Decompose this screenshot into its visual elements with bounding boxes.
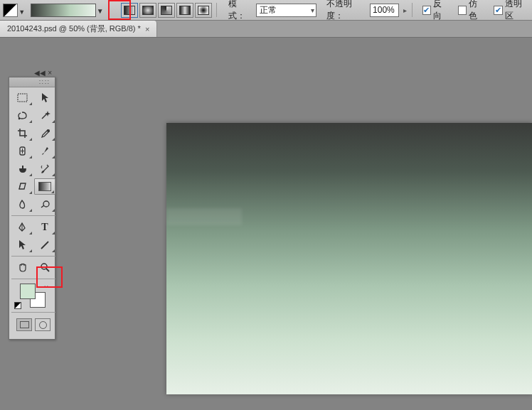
dither-check[interactable]: 仿色: [458, 0, 485, 22]
checkbox-icon: [458, 6, 467, 15]
checkbox-icon: [422, 6, 431, 15]
path-selection-tool[interactable]: [11, 237, 33, 253]
magic-wand-tool[interactable]: [34, 107, 55, 124]
svg-line-8: [41, 205, 44, 207]
document-canvas[interactable]: [166, 123, 532, 394]
gradient-type-reflected[interactable]: [176, 3, 193, 18]
blend-mode-dropdown[interactable]: 正常 ▾: [256, 4, 316, 17]
history-brush-tool[interactable]: [34, 161, 55, 177]
opacity-field[interactable]: 100% ▸: [370, 4, 399, 17]
tool-preset-picker[interactable]: ▼: [3, 4, 18, 17]
blend-mode-value: 正常: [260, 4, 277, 16]
svg-line-12: [46, 269, 49, 271]
eraser-tool[interactable]: [11, 178, 33, 195]
marquee-tool[interactable]: [11, 90, 33, 106]
document-tab-title: 20104243.psd @ 50% (背景, RGB/8) *: [7, 23, 141, 34]
gradient-type-diamond[interactable]: [195, 3, 212, 18]
blend-mode-label: 模式：: [228, 0, 252, 22]
type-tool[interactable]: T: [34, 219, 55, 235]
reverse-check[interactable]: 反向: [422, 0, 449, 22]
transparency-label: 透明区: [505, 0, 529, 22]
dither-label: 仿色: [469, 0, 485, 22]
document-tab[interactable]: 20104243.psd @ 50% (背景, RGB/8) * ×: [0, 21, 157, 37]
quickmask-mode-button[interactable]: [35, 318, 50, 331]
svg-line-10: [41, 242, 48, 249]
close-icon[interactable]: ×: [145, 25, 149, 33]
dodge-tool[interactable]: [34, 196, 55, 212]
gradient-type-linear[interactable]: [121, 3, 138, 18]
brush-tool[interactable]: [34, 143, 55, 159]
gradient-type-radial[interactable]: [139, 3, 156, 18]
swap-colors-icon[interactable]: ↔: [43, 282, 50, 290]
crop-tool[interactable]: [11, 125, 33, 141]
tools-panel: ◀◀ × ∷∷: [9, 77, 55, 340]
opacity-label: 不透明度：: [326, 0, 367, 22]
document-tab-bar: 20104243.psd @ 50% (背景, RGB/8) * ×: [0, 21, 532, 38]
gradient-type-angle[interactable]: [158, 3, 175, 18]
gradient-tool[interactable]: [34, 178, 55, 195]
gradient-type-group: [121, 3, 212, 18]
default-colors-icon[interactable]: [14, 302, 21, 309]
gradient-picker[interactable]: ▼: [31, 4, 96, 17]
lasso-tool[interactable]: [11, 107, 33, 124]
move-tool[interactable]: [34, 90, 55, 106]
svg-rect-0: [18, 94, 27, 102]
checkbox-icon: [494, 6, 502, 15]
reverse-label: 反向: [433, 0, 449, 22]
svg-point-11: [41, 264, 47, 269]
tools-panel-header[interactable]: ◀◀ × ∷∷: [9, 77, 55, 87]
canvas-artifact: [166, 208, 242, 225]
transparency-check[interactable]: 透明区: [494, 0, 529, 22]
pen-tool[interactable]: [11, 219, 33, 235]
blur-tool[interactable]: [11, 196, 33, 212]
svg-point-7: [43, 201, 49, 207]
svg-point-1: [18, 117, 21, 119]
color-swatches[interactable]: ↔: [11, 282, 55, 309]
healing-brush-tool[interactable]: [11, 143, 33, 159]
zoom-tool[interactable]: [34, 259, 55, 276]
options-bar: ▼ ▼ 模式： 正常 ▾ 不透明度： 100% ▸ 反向 仿色 透明区: [0, 0, 532, 21]
hand-tool[interactable]: [11, 259, 33, 276]
svg-point-3: [47, 129, 50, 132]
standard-mode-button[interactable]: [16, 318, 32, 331]
foreground-swatch[interactable]: [20, 284, 36, 299]
clone-stamp-tool[interactable]: [11, 161, 33, 177]
opacity-value: 100%: [373, 5, 395, 15]
shape-tool[interactable]: [34, 237, 55, 253]
eyedropper-tool[interactable]: [34, 125, 55, 141]
